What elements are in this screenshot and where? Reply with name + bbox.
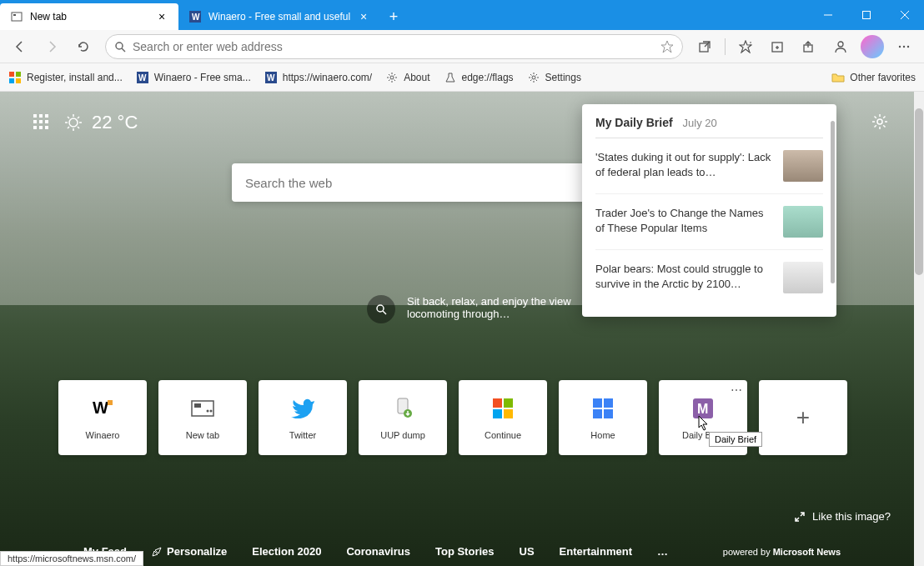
tile-continue[interactable]: Continue (459, 380, 547, 455)
nav-item[interactable]: Coronavirus (346, 545, 410, 558)
titlebar: New tab × W Winaero - Free small and use… (0, 0, 924, 30)
close-icon[interactable]: × (155, 10, 168, 23)
brief-thumbnail (783, 150, 823, 182)
tile-winaero[interactable]: W Winaero (58, 380, 147, 455)
gear-icon (385, 71, 399, 84)
nav-item[interactable]: Election 2020 (252, 545, 321, 558)
svg-rect-66 (593, 409, 602, 418)
svg-rect-33 (45, 114, 48, 118)
svg-text:W: W (138, 73, 147, 83)
svg-rect-64 (593, 398, 602, 408)
twitter-icon (289, 395, 316, 422)
svg-rect-63 (504, 409, 513, 418)
status-bar: https://microsoftnews.msn.com/ (0, 551, 143, 566)
svg-line-45 (68, 117, 69, 118)
temperature-value: 22 °C (92, 112, 138, 133)
refresh-button[interactable] (68, 33, 98, 60)
bookmark-item[interactable]: About (385, 71, 429, 84)
svg-rect-34 (33, 120, 37, 123)
collections-icon[interactable] (762, 33, 792, 60)
bookmark-item[interactable]: Settings (527, 71, 581, 84)
tab-new-tab[interactable]: New tab × (0, 3, 178, 30)
tile-uupdump[interactable]: UUP dump (359, 380, 447, 455)
tab-label: Winaero - Free small and useful (208, 11, 350, 23)
tile-twitter[interactable]: Twitter (259, 380, 347, 455)
tile-daily-brief[interactable]: ⋯ M Daily Brief Daily Brief (659, 380, 747, 455)
bookmark-item[interactable]: edge://flags (444, 71, 514, 84)
site-icon: W (136, 71, 149, 84)
svg-rect-38 (39, 126, 43, 129)
tab-winaero[interactable]: W Winaero - Free small and useful × (178, 3, 380, 30)
svg-text:W: W (267, 73, 275, 83)
share-icon[interactable] (794, 33, 824, 60)
ms-icon (8, 71, 22, 84)
nav-item[interactable]: Top Stories (435, 545, 495, 558)
svg-rect-67 (604, 409, 613, 418)
profile-avatar[interactable] (861, 35, 884, 58)
svg-rect-37 (33, 126, 37, 129)
svg-text:W: W (192, 13, 200, 22)
tile-home[interactable]: Home (559, 380, 647, 455)
svg-line-51 (383, 311, 386, 314)
windows-icon (590, 395, 616, 422)
maximize-button[interactable] (847, 0, 886, 30)
favorites-icon[interactable] (731, 33, 761, 60)
brief-item[interactable]: Trader Joe's to Change the Names of Thes… (595, 194, 823, 250)
apps-grid-icon[interactable] (33, 114, 50, 131)
person-icon[interactable] (826, 33, 856, 60)
new-tab-button[interactable]: + (380, 3, 407, 30)
back-button[interactable] (5, 33, 35, 60)
svg-point-29 (390, 76, 394, 79)
address-bar[interactable] (105, 34, 683, 59)
page-settings-button[interactable] (871, 113, 891, 133)
favorite-star-icon[interactable] (660, 40, 674, 53)
newtab-page-icon (10, 10, 23, 23)
svg-rect-31 (33, 114, 37, 118)
weather-widget[interactable]: 22 °C (63, 112, 138, 133)
search-icon[interactable] (367, 295, 395, 323)
svg-point-49 (877, 119, 882, 124)
bookmark-item[interactable]: Whttps://winaero.com/ (264, 71, 372, 84)
svg-point-40 (69, 118, 78, 127)
window-controls (809, 0, 924, 30)
svg-rect-55 (194, 403, 201, 408)
brief-item[interactable]: Polar bears: Most could struggle to surv… (595, 250, 823, 305)
other-favorites[interactable]: Other favorites (831, 71, 916, 84)
scrollbar-thumb[interactable] (915, 108, 923, 275)
nav-item-personalize[interactable]: Personalize (152, 545, 227, 558)
bookmark-item[interactable]: Register, install and... (8, 71, 123, 84)
daily-brief-panel: My Daily Brief July 20 'States duking it… (582, 104, 836, 317)
svg-point-19 (903, 45, 905, 47)
brief-thumbnail (783, 262, 823, 293)
bookmark-item[interactable]: WWinaero - Free sma... (136, 71, 251, 84)
svg-point-30 (532, 76, 535, 79)
like-image-link[interactable]: Like this image? (794, 510, 891, 523)
svg-rect-53 (108, 400, 113, 405)
site-icon: W (264, 71, 278, 84)
tile-more-icon[interactable]: ⋯ (731, 383, 742, 397)
menu-button[interactable] (889, 33, 919, 60)
folder-icon (831, 71, 845, 84)
close-button[interactable] (886, 0, 924, 30)
brief-scrollbar[interactable] (831, 121, 835, 283)
close-icon[interactable]: × (357, 10, 370, 23)
nav-more[interactable]: … (657, 545, 668, 558)
nav-item[interactable]: US (520, 545, 535, 558)
svg-rect-0 (12, 13, 22, 21)
tile-newtab[interactable]: New tab (158, 380, 247, 455)
brief-item[interactable]: 'States duking it out for supply': Lack … (595, 138, 823, 194)
site-icon: W (188, 10, 202, 23)
forward-button[interactable] (37, 33, 67, 60)
quick-links-tiles: W Winaero New tab Twitter UUP dump Conti… (58, 380, 849, 455)
svg-rect-24 (16, 78, 21, 83)
svg-rect-22 (16, 72, 21, 77)
bookmarks-bar: Register, install and... WWinaero - Free… (0, 63, 924, 92)
external-link-icon[interactable] (690, 33, 720, 60)
nav-item[interactable]: Entertainment (560, 545, 632, 558)
svg-rect-35 (39, 120, 43, 123)
tile-add[interactable]: + (759, 380, 847, 455)
svg-rect-54 (192, 401, 213, 416)
minimize-button[interactable] (809, 0, 847, 30)
svg-rect-65 (604, 398, 613, 408)
address-input[interactable] (133, 40, 660, 53)
